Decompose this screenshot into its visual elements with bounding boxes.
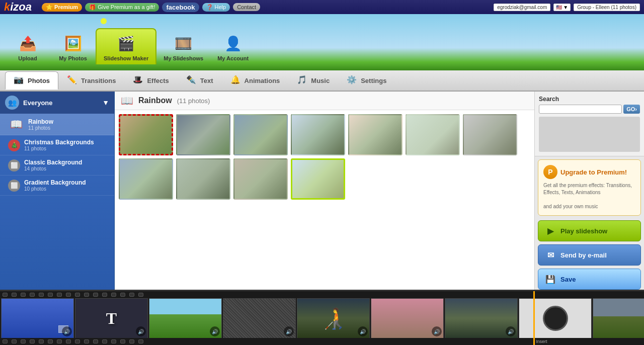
email-label: Send by e-mail — [560, 251, 607, 259]
tab-text[interactable]: ✒️ Text — [178, 71, 222, 90]
album-name-gradient: Gradient Background — [24, 179, 109, 186]
tab-music[interactable]: 🎵 Music — [288, 71, 338, 90]
facebook-button[interactable]: facebook — [162, 3, 199, 12]
film-frame-4[interactable]: 🔊 — [223, 298, 296, 338]
gift-label: Give Premium as a gift! — [98, 4, 155, 10]
nav-section: 📤 Upload 🖼️ My Photos 🎬 Slideshow Maker … — [0, 14, 644, 70]
photo-area-header: 📖 Rainbow (11 photos) — [115, 92, 534, 110]
help-button[interactable]: ❓ Help — [202, 3, 230, 12]
album-info-classic: Classic Background 14 photos — [24, 159, 109, 171]
perf-hole — [57, 293, 62, 297]
tab-music-label: Music — [311, 77, 330, 84]
film-frame-6[interactable]: 🔊 — [371, 298, 444, 338]
perf-hole — [120, 339, 125, 343]
film-frame-1[interactable]: 🔊 — [1, 298, 74, 338]
perf-hole — [120, 293, 125, 297]
tab-animations[interactable]: 🔔 Animations — [222, 71, 289, 90]
film-overlay-icon-3: 🔊 — [210, 326, 220, 336]
nav-bar: 📤 Upload 🖼️ My Photos 🎬 Slideshow Maker … — [0, 14, 644, 64]
play-slideshow-button[interactable]: ▶ Play slideshow — [538, 220, 641, 241]
film-overlay-icon-2: 🔊 — [136, 326, 146, 336]
film-overlay-icon-5: 🔊 — [358, 326, 368, 336]
sidebar-everyone-left: 👥 Everyone — [5, 96, 53, 110]
perf-hole — [93, 339, 98, 343]
photo-thumb-3[interactable] — [233, 114, 288, 155]
language-selector[interactable]: 🇺🇸 ▼ — [553, 4, 571, 11]
photo-thumb-6[interactable] — [406, 114, 460, 155]
slideshow-maker-icon: 🎬 — [115, 32, 137, 54]
save-icon: 💾 — [544, 273, 556, 285]
photo-area: 📖 Rainbow (11 photos) — [115, 92, 534, 290]
photo-thumb-8[interactable] — [119, 158, 173, 200]
perf-hole — [102, 339, 107, 343]
upgrade-description: Get all the premium effects: Transitions… — [543, 182, 635, 210]
upgrade-section: P Upgrade to Premium! Get all the premiu… — [538, 159, 641, 216]
perf-hole — [66, 339, 71, 343]
photo-thumb-5[interactable] — [348, 114, 403, 155]
tab-effects[interactable]: 🎩 Effects — [124, 71, 177, 90]
timeline-cursor[interactable] — [533, 291, 535, 345]
photo-thumb-2[interactable] — [176, 114, 230, 155]
sidebar-album-rainbow[interactable]: 📖 Rainbow 11 photos — [0, 114, 114, 135]
photo-thumb-4[interactable] — [291, 114, 345, 155]
photo-thumb-10[interactable] — [233, 158, 288, 200]
perf-hole — [39, 293, 44, 297]
filmstrip-perfs-top — [0, 291, 644, 298]
upgrade-premium-icon: P — [543, 165, 557, 179]
film-frame-9[interactable]: 🔊 — [593, 298, 644, 338]
perf-hole — [66, 293, 71, 297]
send-email-button[interactable]: ✉ Send by e-mail — [538, 244, 641, 266]
album-book-icon: 📖 — [8, 117, 24, 131]
sidebar-album-christmas[interactable]: 🎄 Christmas Backgrounds 11 photos — [0, 135, 114, 155]
nav-item-slideshow-maker[interactable]: 🎬 Slideshow Maker — [96, 28, 156, 64]
nav-item-my-photos[interactable]: 🖼️ My Photos — [50, 29, 96, 64]
search-go-button[interactable]: GO› — [623, 105, 640, 114]
animations-tab-icon: 🔔 — [230, 75, 242, 86]
flag-icon: 🇺🇸 — [556, 5, 562, 10]
filmstrip: 🔊 T 🔊 🔊 🔊 🧑‍🦯 🔊 🔊 🔊 — [0, 290, 644, 345]
film-frame-2[interactable]: T 🔊 — [75, 298, 148, 338]
contact-button[interactable]: Contact — [233, 3, 260, 11]
nav-label-my-slideshows: My Slideshows — [164, 55, 203, 61]
photo-row-2 — [119, 158, 530, 200]
help-label: Help — [215, 4, 226, 10]
film-frame-8[interactable] — [519, 298, 592, 338]
nav-item-my-slideshows[interactable]: 🎞️ My Slideshows — [156, 29, 210, 64]
photos-tab-icon: 📷 — [14, 75, 25, 86]
photo-thumb-11[interactable] — [291, 158, 345, 200]
logo: kizoa — [4, 1, 32, 14]
search-row: GO› — [539, 105, 640, 114]
nav-label-my-account: My Account — [217, 55, 249, 61]
top-bar-actions: ⭐ Premium 🎁 Give Premium as a gift! face… — [42, 3, 494, 12]
tab-photos[interactable]: 📷 Photos — [5, 71, 58, 90]
tab-settings[interactable]: ⚙️ Settings — [338, 71, 395, 90]
album-count-classic: 14 photos — [24, 166, 109, 171]
tab-settings-label: Settings — [361, 77, 386, 84]
gift-premium-button[interactable]: 🎁 Give Premium as a gift! — [85, 3, 159, 12]
album-info-rainbow: Rainbow 11 photos — [28, 118, 109, 131]
film-frame-5[interactable]: 🧑‍🦯 🔊 — [297, 298, 370, 338]
photo-thumb-9[interactable] — [176, 158, 230, 200]
tab-effects-label: Effects — [147, 77, 169, 84]
group-selector[interactable]: Group - Elleen (11 photos) — [574, 4, 640, 11]
film-overlay-icon-1: 🔊 — [62, 326, 72, 336]
film-frame-7[interactable]: 🔊 — [445, 298, 518, 338]
filmstrip-frames: 🔊 T 🔊 🔊 🔊 🧑‍🦯 🔊 🔊 🔊 — [0, 298, 644, 338]
search-input[interactable] — [539, 105, 622, 114]
film-frame-3[interactable]: 🔊 — [149, 298, 222, 338]
nav-label-slideshow-maker: Slideshow Maker — [104, 55, 148, 61]
nav-item-my-account[interactable]: 👤 My Account — [210, 29, 256, 64]
perf-hole — [30, 293, 35, 297]
photo-thumb-1[interactable] — [119, 114, 173, 155]
perf-hole — [102, 293, 107, 297]
photo-thumb-7[interactable] — [463, 114, 517, 155]
sidebar-album-gradient[interactable]: ⬜ Gradient Background 10 photos — [0, 176, 114, 196]
tab-transitions[interactable]: ✏️ Transitions — [58, 71, 124, 90]
album-count-gradient: 10 photos — [24, 186, 109, 192]
perf-hole — [39, 339, 44, 343]
sidebar-everyone[interactable]: 👥 Everyone ▼ — [0, 92, 114, 114]
sidebar-album-classic[interactable]: ⬜ Classic Background 14 photos — [0, 155, 114, 176]
premium-button[interactable]: ⭐ Premium — [42, 3, 82, 12]
nav-item-upload[interactable]: 📤 Upload — [5, 29, 50, 64]
save-button[interactable]: 💾 Save — [538, 269, 641, 290]
